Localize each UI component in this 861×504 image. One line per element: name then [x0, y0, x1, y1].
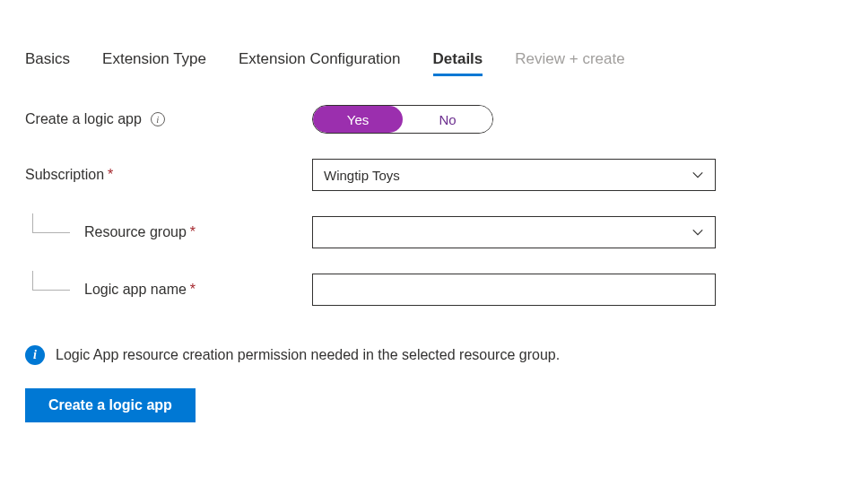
tabs-bar: Basics Extension Type Extension Configur… [25, 50, 836, 76]
resource-group-select[interactable] [312, 216, 716, 248]
tab-review-create: Review + create [515, 50, 624, 76]
subscription-value: Wingtip Toys [324, 168, 400, 183]
tab-extension-configuration[interactable]: Extension Configuration [239, 50, 401, 76]
toggle-no[interactable]: No [403, 106, 492, 133]
info-icon[interactable]: i [151, 112, 165, 126]
tab-details[interactable]: Details [433, 50, 483, 76]
tab-basics[interactable]: Basics [25, 50, 70, 76]
create-logic-app-button[interactable]: Create a logic app [25, 388, 196, 422]
info-banner: i Logic App resource creation permission… [25, 345, 836, 365]
toggle-yes[interactable]: Yes [313, 106, 403, 133]
resource-group-label: Resource group [84, 224, 187, 240]
logic-app-name-input[interactable] [312, 274, 716, 306]
info-circle-icon: i [25, 345, 45, 365]
subscription-select[interactable]: Wingtip Toys [312, 159, 716, 191]
logic-app-name-label: Logic app name [84, 282, 187, 298]
required-asterisk: * [190, 224, 196, 240]
tab-extension-type[interactable]: Extension Type [102, 50, 206, 76]
create-logic-app-label: Create a logic app [25, 111, 142, 127]
tree-connector-icon [32, 271, 70, 291]
chevron-down-icon [691, 226, 704, 239]
create-logic-app-toggle[interactable]: Yes No [312, 105, 493, 134]
required-asterisk: * [108, 167, 113, 183]
chevron-down-icon [691, 169, 704, 181]
info-message: Logic App resource creation permission n… [56, 347, 560, 363]
subscription-label: Subscription [25, 167, 104, 183]
required-asterisk: * [190, 282, 196, 298]
tree-connector-icon [32, 213, 70, 233]
